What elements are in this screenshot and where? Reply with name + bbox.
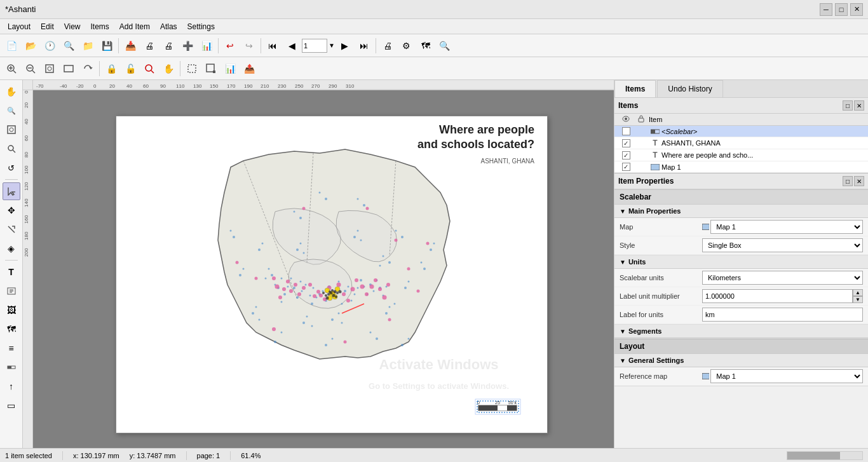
- item-props-collapse-button[interactable]: □: [843, 176, 853, 186]
- print-button[interactable]: 🖨: [140, 37, 158, 55]
- save-button[interactable]: 💾: [98, 37, 116, 55]
- select-tool-button[interactable]: [183, 60, 201, 78]
- print2-button[interactable]: 🖨: [159, 37, 177, 55]
- menu-layout[interactable]: Layout: [3, 21, 36, 32]
- save-recent-button[interactable]: 🕐: [41, 37, 58, 55]
- ashanti-check-box[interactable]: [622, 139, 630, 147]
- close-button[interactable]: ✕: [850, 3, 863, 16]
- map1-visibility-check[interactable]: [618, 163, 634, 171]
- reference-map-select[interactable]: Map 1: [710, 369, 863, 383]
- canvas-content[interactable]: Where are people and schools located? AS…: [33, 90, 614, 448]
- scalebar-visibility-check[interactable]: [618, 127, 634, 135]
- menu-edit[interactable]: Edit: [36, 21, 59, 32]
- last-page-button[interactable]: ⏭: [355, 37, 373, 55]
- zoom-in-tool[interactable]: 🔍: [3, 102, 20, 119]
- refresh-tool[interactable]: ↺: [3, 159, 20, 177]
- ashanti-visibility-check[interactable]: [618, 139, 634, 147]
- where-people-lock[interactable]: [634, 151, 649, 160]
- multiplier-down-button[interactable]: ▼: [853, 296, 863, 303]
- add-text-tool[interactable]: T: [3, 263, 20, 281]
- chart-button[interactable]: 📊: [221, 60, 239, 78]
- general-settings-header[interactable]: ▼ General Settings: [614, 354, 868, 367]
- items-tab[interactable]: Items: [614, 80, 656, 97]
- atlas-button[interactable]: 🗺: [417, 37, 435, 55]
- where-people-item-row[interactable]: T Where are people and scho...: [614, 149, 868, 161]
- units-header[interactable]: ▼ Units: [614, 255, 868, 269]
- open-button[interactable]: 📂: [22, 37, 39, 55]
- add-scalebar-tool[interactable]: [3, 358, 20, 376]
- open-folder-button[interactable]: 📁: [79, 37, 97, 55]
- where-people-check-box[interactable]: [622, 151, 630, 160]
- map1-lock[interactable]: [634, 163, 649, 171]
- items-collapse-button[interactable]: □: [843, 100, 853, 111]
- zoom-to-item-button[interactable]: [140, 60, 158, 78]
- zoom-in-button[interactable]: [3, 60, 20, 78]
- select-tool[interactable]: [3, 182, 20, 200]
- label-units-input[interactable]: [702, 308, 863, 322]
- style-select[interactable]: Single Box Double Box: [702, 238, 863, 252]
- page-input[interactable]: [302, 39, 327, 53]
- map1-check-box[interactable]: [622, 163, 630, 171]
- add-north-tool[interactable]: ↑: [3, 377, 20, 395]
- import-button[interactable]: 📥: [121, 37, 139, 55]
- main-properties-header[interactable]: ▼ Main Properties: [614, 205, 868, 218]
- multiplier-input[interactable]: [702, 289, 853, 303]
- prev-button[interactable]: ◀: [283, 37, 301, 55]
- scalebar-item-row[interactable]: <Scalebar>: [614, 126, 868, 137]
- segments-header[interactable]: ▼ Segments: [614, 325, 868, 338]
- zoom-fit-button[interactable]: [41, 60, 58, 78]
- lock-items-button[interactable]: 🔒: [102, 60, 120, 78]
- page-dropdown[interactable]: ▼: [329, 42, 335, 49]
- add-html-tool[interactable]: [3, 282, 20, 300]
- menu-add-item[interactable]: Add Item: [114, 21, 155, 32]
- zoom-out-button[interactable]: [22, 60, 39, 78]
- pan-tool[interactable]: ✋: [3, 83, 20, 100]
- zoom-button[interactable]: 🔍: [436, 37, 454, 55]
- move-content-tool[interactable]: ✥: [3, 201, 20, 219]
- item-props-close-button[interactable]: ✕: [854, 176, 864, 186]
- zoom-select-tool[interactable]: [3, 140, 20, 158]
- zoom-width-button[interactable]: [60, 60, 78, 78]
- minimize-button[interactable]: ─: [820, 3, 832, 16]
- zoom-actual-tool[interactable]: [3, 121, 20, 139]
- undo-history-tab[interactable]: Undo History: [657, 80, 722, 97]
- export-button[interactable]: 📤: [240, 60, 258, 78]
- zoom-slider[interactable]: [787, 451, 863, 460]
- add-shape-tool[interactable]: ▭: [3, 397, 20, 414]
- print3-button[interactable]: 🖨: [379, 37, 397, 55]
- scalebar-units-select[interactable]: Kilometers Miles Meters: [702, 271, 863, 285]
- browse-button[interactable]: 🔍: [60, 37, 78, 55]
- map1-item-row[interactable]: Map 1: [614, 161, 868, 173]
- menu-settings[interactable]: Settings: [182, 21, 220, 32]
- node-edit-tool[interactable]: ◈: [3, 240, 20, 257]
- ashanti-ghana-item-row[interactable]: T ASHANTI, GHANA: [614, 137, 868, 149]
- refresh-view-button[interactable]: [79, 60, 97, 78]
- menu-view[interactable]: View: [59, 21, 86, 32]
- menu-items[interactable]: Items: [86, 21, 114, 32]
- undo-button[interactable]: ↩: [221, 37, 239, 55]
- add-button[interactable]: ➕: [179, 37, 196, 55]
- new-button[interactable]: 📄: [3, 37, 20, 55]
- resize-item-tool[interactable]: [3, 221, 20, 238]
- map-select[interactable]: Map 1: [710, 220, 863, 234]
- scalebar-check-box[interactable]: [622, 127, 630, 135]
- canvas-area[interactable]: -70 -40 -20 0 20 40 60 90 110 130 150 17…: [23, 80, 614, 448]
- menu-atlas[interactable]: Atlas: [155, 21, 182, 32]
- map-page[interactable]: Where are people and schools located? AS…: [116, 116, 548, 433]
- where-people-visibility-check[interactable]: [618, 151, 634, 160]
- first-page-button[interactable]: ⏮: [264, 37, 281, 55]
- ashanti-lock[interactable]: [634, 139, 649, 147]
- redo-button[interactable]: ↪: [240, 37, 258, 55]
- export-pdf-button[interactable]: 📊: [198, 37, 215, 55]
- items-close-button[interactable]: ✕: [854, 100, 864, 111]
- multiplier-up-button[interactable]: ▲: [853, 289, 863, 296]
- scalebar-lock[interactable]: [634, 127, 649, 135]
- add-map-tool[interactable]: 🗺: [3, 320, 20, 338]
- resize-handle-button[interactable]: [202, 60, 220, 78]
- add-legend-tool[interactable]: ≡: [3, 339, 20, 357]
- unlock-items-button[interactable]: 🔓: [121, 60, 139, 78]
- maximize-button[interactable]: □: [835, 3, 848, 16]
- add-image-tool[interactable]: 🖼: [3, 301, 20, 319]
- pan-tool-button[interactable]: ✋: [159, 60, 177, 78]
- settings-button[interactable]: ⚙: [398, 37, 416, 55]
